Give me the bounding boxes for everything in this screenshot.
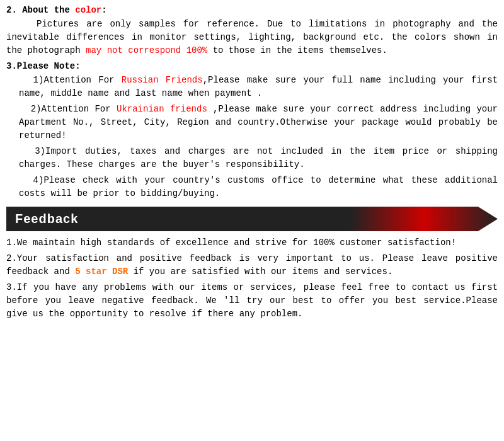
note-number: 3.: [6, 61, 17, 71]
feedback-item-3-text: If you have any problems with our items …: [6, 282, 498, 319]
feedback-title: Feedback: [15, 212, 78, 226]
color-para-highlight: may not correspond 100%: [86, 45, 207, 55]
feedback-item-3: 3.If you have any problems with our item…: [6, 281, 498, 321]
note-item-1-prefix: Attention For: [43, 75, 121, 85]
note-item-2: 2)Attention For Ukrainian friends ,Pleas…: [19, 103, 498, 142]
note-colon: :: [75, 61, 80, 71]
color-colon: :: [101, 5, 106, 15]
color-title-text: About the: [22, 5, 75, 15]
color-highlight: color: [75, 5, 101, 15]
note-item-4: 4)Please check with your country's custo…: [19, 174, 498, 200]
feedback-item-2-num: 2.: [6, 253, 17, 263]
feedback-item-2-suffix: if you are satisfied with our items and …: [128, 266, 392, 277]
note-item-4-num: 4): [33, 175, 44, 185]
feedback-item-3-num: 3.: [6, 282, 17, 292]
note-section-title: 3.Please Note:: [6, 61, 498, 71]
color-para-end: to those in the items themselves.: [207, 45, 387, 55]
note-item-1: 1)Attention For Russian Friends,Please m…: [19, 74, 498, 100]
note-item-3: 3)Import duties, taxes and charges are n…: [19, 145, 498, 171]
color-section: 2. About the color: Pictures are only sa…: [6, 5, 498, 57]
note-item-2-num: 2): [31, 104, 42, 114]
note-title: Please Note: [17, 61, 75, 71]
color-paragraph: Pictures are only samples for reference.…: [6, 18, 498, 57]
note-item-1-num: 1): [33, 75, 44, 85]
note-item-3-text: Import duties, taxes and charges are not…: [19, 146, 498, 169]
color-section-title: 2. About the color:: [6, 5, 498, 15]
page-content: 2. About the color: Pictures are only sa…: [6, 5, 498, 321]
note-item-1-highlight: Russian Friends: [122, 75, 203, 85]
feedback-header: Feedback: [6, 207, 498, 231]
feedback-item-2: 2.Your satisfaction and positive feedbac…: [6, 252, 498, 278]
note-item-2-highlight: Ukrainian friends: [117, 104, 207, 114]
feedback-item-1-num: 1.: [6, 238, 17, 248]
note-item-2-prefix: Attention For: [42, 104, 117, 114]
color-number: 2.: [6, 5, 17, 15]
feedback-item-1-text: We maintain high standards of excellence…: [17, 238, 456, 248]
feedback-item-1: 1.We maintain high standards of excellen…: [6, 236, 498, 249]
note-section: 3.Please Note: 1)Attention For Russian F…: [6, 61, 498, 200]
feedback-section: 1.We maintain high standards of excellen…: [6, 236, 498, 321]
note-item-4-text: Please check with your country's customs…: [19, 175, 498, 198]
feedback-item-2-highlight: 5 star DSR: [75, 266, 128, 277]
note-item-3-num: 3): [35, 146, 45, 156]
